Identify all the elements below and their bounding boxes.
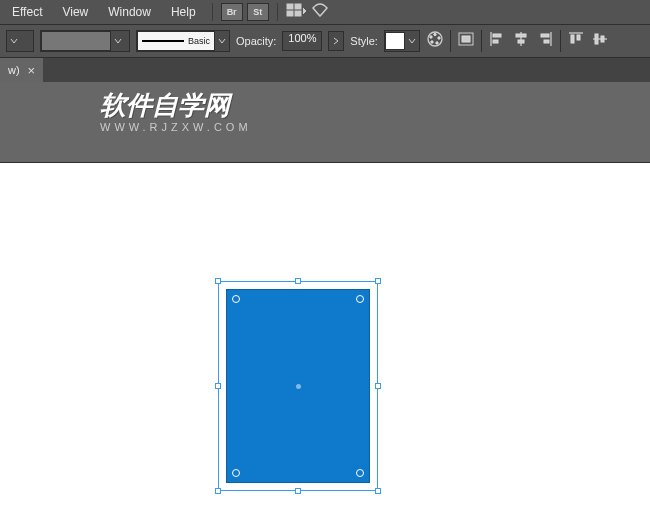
menu-separator [212, 3, 213, 21]
uniform-swatch [41, 31, 111, 51]
svg-point-7 [436, 42, 438, 44]
selection-handle-bottom-right[interactable] [375, 488, 381, 494]
corner-radius-widget-tl[interactable] [232, 295, 240, 303]
svg-rect-20 [544, 40, 549, 43]
watermark-title: 软件自学网 [100, 88, 252, 123]
svg-rect-2 [287, 11, 293, 16]
separator [481, 30, 482, 52]
chevron-down-icon [7, 37, 21, 45]
svg-point-5 [434, 33, 436, 35]
selection-handle-mid-left[interactable] [215, 383, 221, 389]
selection-handle-bottom-center[interactable] [295, 488, 301, 494]
align-top-button[interactable] [567, 30, 585, 52]
svg-rect-26 [601, 36, 604, 42]
brush-definition-dropdown[interactable]: Basic [136, 30, 230, 52]
stroke-chip: Basic [137, 31, 215, 51]
menu-bar: Effect View Window Help Br St [0, 0, 650, 24]
style-label: Style: [350, 35, 378, 47]
svg-rect-0 [287, 4, 293, 9]
align-vcenter-button[interactable] [591, 30, 609, 52]
arrange-docs-button[interactable] [286, 2, 306, 22]
svg-rect-17 [518, 40, 524, 43]
align-hcenter-button[interactable] [512, 30, 530, 52]
svg-point-8 [431, 41, 433, 43]
watermark-url: WWW.RJZXW.COM [100, 121, 252, 133]
svg-point-9 [430, 36, 432, 38]
bridge-button[interactable]: Br [221, 3, 243, 21]
svg-rect-1 [295, 4, 301, 9]
selected-object-bounds[interactable] [218, 281, 378, 491]
menu-view[interactable]: View [54, 1, 96, 23]
document-tab-title: w) [8, 64, 20, 76]
pasteboard-area: 软件自学网 WWW.RJZXW.COM [0, 82, 650, 162]
selection-handle-top-center[interactable] [295, 278, 301, 284]
selection-handle-bottom-left[interactable] [215, 488, 221, 494]
selection-handle-top-right[interactable] [375, 278, 381, 284]
profile-dropdown[interactable] [40, 30, 130, 52]
style-swatch [385, 32, 405, 50]
menu-effect[interactable]: Effect [4, 1, 50, 23]
watermark: 软件自学网 WWW.RJZXW.COM [100, 88, 252, 133]
chevron-down-icon [215, 37, 229, 45]
svg-rect-22 [571, 35, 574, 43]
separator [450, 30, 451, 52]
corner-radius-widget-tr[interactable] [356, 295, 364, 303]
corner-radius-widget-br[interactable] [356, 469, 364, 477]
document-tab[interactable]: w) × [0, 58, 43, 82]
svg-rect-19 [541, 34, 549, 37]
svg-rect-3 [295, 11, 301, 16]
svg-rect-16 [516, 34, 526, 37]
svg-point-6 [438, 37, 440, 39]
opacity-more-button[interactable] [328, 31, 344, 51]
menu-separator [277, 3, 278, 21]
separator [560, 30, 561, 52]
menu-help[interactable]: Help [163, 1, 204, 23]
opacity-input[interactable]: 100% [282, 31, 322, 51]
corner-radius-widget-bl[interactable] [232, 469, 240, 477]
opacity-label: Opacity: [236, 35, 276, 47]
gpu-preview-button[interactable] [310, 2, 330, 22]
selection-handle-top-left[interactable] [215, 278, 221, 284]
align-to-selection-button[interactable] [457, 30, 475, 52]
document-tab-strip: w) × [0, 58, 650, 82]
chevron-down-icon [405, 37, 419, 45]
chevron-down-icon [111, 37, 125, 45]
recolor-artwork-button[interactable] [426, 30, 444, 52]
svg-rect-25 [595, 34, 598, 44]
watermark-chars: 软件自学网 [100, 88, 230, 123]
close-tab-button[interactable]: × [28, 63, 36, 78]
stroke-style-label: Basic [188, 36, 210, 46]
menu-window[interactable]: Window [100, 1, 159, 23]
artboard[interactable] [0, 162, 650, 529]
stroke-preview-line [142, 40, 184, 42]
center-point-indicator [296, 384, 301, 389]
svg-rect-11 [462, 36, 470, 42]
align-left-button[interactable] [488, 30, 506, 52]
options-bar: Basic Opacity: 100% Style: [0, 24, 650, 58]
selection-handle-mid-right[interactable] [375, 383, 381, 389]
stroke-weight-dropdown[interactable] [6, 30, 34, 52]
graphic-style-dropdown[interactable] [384, 30, 420, 52]
svg-rect-13 [493, 34, 501, 37]
svg-rect-23 [577, 35, 580, 40]
align-right-button[interactable] [536, 30, 554, 52]
stock-button[interactable]: St [247, 3, 269, 21]
svg-rect-14 [493, 40, 498, 43]
